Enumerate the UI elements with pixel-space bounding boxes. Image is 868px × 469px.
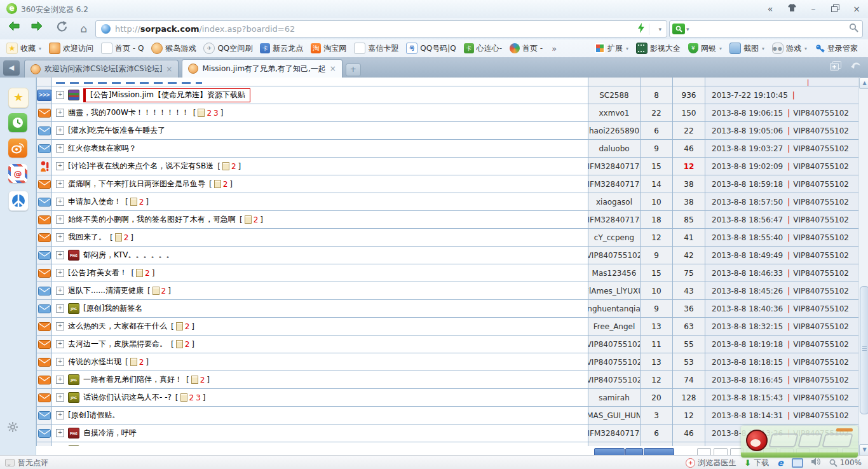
thread-title-link[interactable]: 话说你们认识这鸟人不- -? — [83, 392, 172, 403]
page-number-link[interactable]: 2 — [185, 340, 190, 349]
expand-thread-icon[interactable]: + — [56, 198, 64, 206]
expand-thread-icon[interactable]: + — [56, 393, 64, 402]
search-go-icon[interactable] — [849, 23, 858, 35]
new-tab-button[interactable]: + — [346, 64, 361, 76]
scroll-up-icon[interactable]: ▲ — [859, 78, 868, 89]
last-poster-link[interactable]: VIP840755102 — [793, 162, 849, 171]
thread-author[interactable]: VIP840755102 — [588, 247, 640, 264]
expand-thread-icon[interactable]: + — [56, 215, 64, 224]
chevron-down-icon[interactable]: ▾ — [39, 46, 41, 51]
page-number-link[interactable]: 2 — [139, 198, 144, 207]
close-button[interactable]: × — [850, 3, 863, 15]
last-poster-link[interactable]: VIP840755102 — [793, 358, 849, 367]
thread-page-links[interactable]: [23] — [193, 109, 224, 118]
thread-author[interactable]: xiaogasol — [588, 193, 640, 210]
thread-page-links[interactable]: [2] — [171, 322, 194, 331]
bookmark-item[interactable]: 首页 - — [506, 41, 546, 55]
page-number-link[interactable]: 2 — [200, 376, 205, 384]
last-poster-link[interactable]: VIP840755102 — [793, 180, 849, 189]
bookmark-item[interactable]: ¥网银▾ — [684, 41, 726, 55]
search-box[interactable]: ▾ — [669, 20, 863, 37]
page-number-link[interactable]: 2 — [139, 358, 144, 367]
thread-author[interactable]: HFM328407178 — [588, 175, 640, 193]
bookmark-item[interactable]: ●●游戏▾ — [768, 41, 811, 55]
settings-gear-icon[interactable] — [8, 422, 18, 435]
restore-button[interactable] — [829, 3, 841, 15]
last-poster-link[interactable]: VIP840755102 — [793, 322, 849, 331]
peace-app-icon[interactable] — [8, 191, 29, 211]
thread-title-link[interactable]: 这么热的天，大家都在干什么 — [68, 321, 167, 332]
download-manager-button[interactable]: ⬇ 下载 — [744, 458, 769, 468]
thread-title-link[interactable]: 红火你表妹在家吗？ — [68, 143, 137, 154]
expand-thread-icon[interactable]: + — [56, 251, 64, 259]
vertical-scrollbar[interactable]: ▲ ▼ — [858, 78, 868, 455]
url-dropdown-icon[interactable]: ▾ — [653, 26, 667, 32]
ie-compat-icon[interactable]: e — [777, 458, 783, 468]
page-number-link[interactable]: 2 — [223, 180, 228, 189]
last-poster-link[interactable]: VIP840755102 — [793, 304, 849, 313]
scrollbar-thumb[interactable] — [860, 286, 868, 414]
thread-author[interactable]: VIP840755102 — [588, 353, 640, 370]
last-poster-link[interactable]: VIP840755102 — [793, 215, 849, 224]
thread-author[interactable]: daluobo — [588, 140, 640, 157]
thread-author[interactable]: Free_Angel — [588, 318, 640, 335]
expand-thread-icon[interactable]: + — [56, 340, 64, 348]
thread-author[interactable]: xxmvo1 — [588, 104, 640, 121]
expand-thread-icon[interactable]: + — [56, 162, 64, 170]
refresh-icon[interactable] — [53, 20, 71, 37]
comment-bubble-icon[interactable] — [5, 459, 15, 466]
thread-title-link[interactable]: [灌水]吃完午饭准备午睡去了 — [68, 125, 165, 136]
scroll-down-icon[interactable]: ▼ — [859, 444, 868, 456]
speaker-icon[interactable] — [811, 458, 821, 468]
last-poster-link[interactable]: VIP840755102 — [793, 126, 849, 135]
bookmark-item[interactable]: 号QQ号码|Q — [402, 41, 459, 55]
thread-title-link[interactable]: 我回来了。 — [68, 232, 106, 243]
thread-title-link[interactable]: 申请加入使命！ — [68, 196, 121, 207]
bookmark-item[interactable]: ★收藏▾ — [3, 41, 45, 55]
chevron-down-icon[interactable]: ▾ — [626, 46, 628, 51]
history-clock-icon[interactable] — [8, 113, 27, 132]
bookmark-item[interactable]: ✈QQ空间刷 — [200, 41, 256, 55]
expand-thread-icon[interactable]: + — [56, 144, 64, 153]
thread-title-link[interactable]: [原创]我的新签名 — [83, 303, 142, 314]
thread-author[interactable]: VIP840755102 — [588, 336, 640, 353]
back-button[interactable] — [5, 20, 23, 37]
thread-author[interactable]: samirah — [588, 389, 640, 406]
thread-page-links[interactable]: [2] — [125, 358, 149, 367]
expand-thread-icon[interactable]: + — [56, 109, 64, 117]
bookmark-item[interactable]: 淘淘宝网 — [307, 41, 350, 55]
thread-page-links[interactable]: [2] — [171, 340, 194, 349]
mail-at-icon[interactable]: @ — [8, 164, 27, 183]
thread-author[interactable]: cY_ccpeng — [588, 229, 640, 246]
browser-doctor-button[interactable]: + 浏览器医生 — [686, 458, 736, 468]
last-poster-link[interactable]: VIP840755102 — [793, 233, 849, 242]
thread-page-links[interactable]: [2] — [125, 198, 149, 207]
tab-active[interactable]: Mission.jim有了兄弟,有了知己,一起× — [182, 59, 342, 78]
bookmark-item[interactable]: 影视大全 — [632, 41, 684, 55]
last-poster-link[interactable]: VIP840755102 — [793, 251, 849, 260]
thread-title-link[interactable]: 退队下......清清更健康 — [68, 285, 144, 296]
page-number-link[interactable]: 2 — [207, 109, 212, 118]
bookmark-item[interactable]: 卡新云龙点 — [256, 41, 307, 55]
expand-thread-icon[interactable]: + — [56, 322, 64, 330]
thread-page-links[interactable]: [2] — [131, 269, 154, 278]
tab-inactive[interactable]: 欢迎访问索沛CS论坛[索沛CS论坛]× — [24, 60, 179, 78]
page-number-link[interactable]: 3 — [214, 109, 219, 118]
thread-page-links[interactable]: [2] — [240, 215, 263, 224]
favorites-star-icon[interactable]: ★ — [8, 88, 29, 108]
expand-thread-icon[interactable]: + — [56, 126, 64, 135]
thread-title-link[interactable]: 传说的水怪出现 — [68, 357, 121, 367]
pagination-bar[interactable] — [36, 446, 858, 455]
thread-title-link[interactable]: 自摸冷清，呼呼 — [83, 428, 137, 438]
page-number-link[interactable]: 3 — [196, 393, 201, 402]
expand-thread-icon[interactable]: + — [56, 180, 64, 188]
tab-list-icon[interactable]: ◀ — [3, 60, 20, 76]
thread-author[interactable]: HFM328407178 — [588, 425, 640, 442]
expand-thread-icon[interactable]: + — [56, 269, 64, 277]
thread-title-link[interactable]: 幽靈，我的700W卡！！！！！！！ — [68, 107, 189, 118]
thread-author[interactable]: HFM328407178 — [588, 211, 640, 228]
expand-thread-icon[interactable]: + — [56, 287, 64, 295]
page-number-link[interactable]: 2 — [161, 287, 166, 296]
thread-page-links[interactable]: [2] — [186, 376, 210, 384]
thread-title-link[interactable]: 蛋痛啊，下午来打抗日两张图全是吊鱼导 — [68, 179, 205, 189]
